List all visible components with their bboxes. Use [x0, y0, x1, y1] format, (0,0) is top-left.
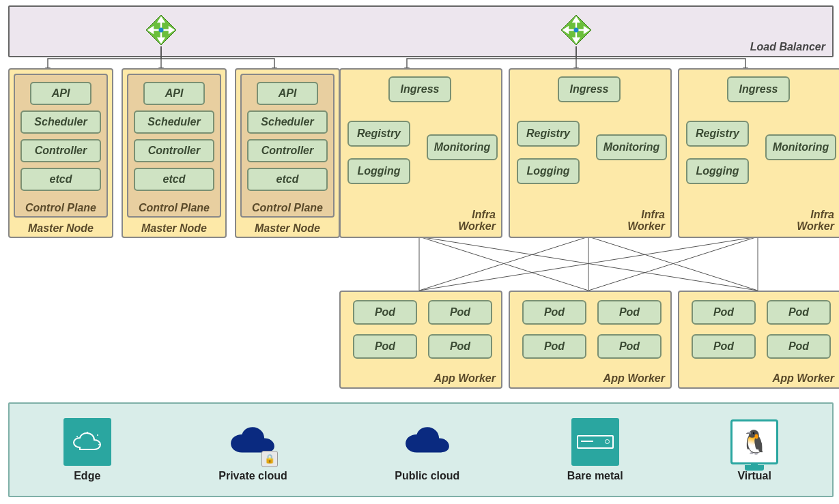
infra-worker-label: InfraWorker [797, 209, 834, 233]
pod: Pod [522, 334, 586, 359]
pod: Pod [767, 334, 831, 359]
component-controller: Controller [134, 139, 214, 162]
master-node-label: Master Node [10, 222, 112, 235]
component-scheduler: Scheduler [20, 110, 101, 134]
component-scheduler: Scheduler [134, 110, 214, 134]
pod: Pod [353, 334, 417, 359]
master-node: API Scheduler Controller etcd Control Pl… [8, 68, 113, 238]
component-etcd: etcd [20, 168, 101, 191]
edge-icon [63, 418, 111, 466]
component-registry: Registry [517, 121, 580, 147]
platform-label: Bare metal [567, 470, 623, 482]
component-ingress: Ingress [388, 76, 451, 102]
infra-worker-label: InfraWorker [458, 209, 496, 233]
diagram-stage: Load Balancer [0, 0, 839, 504]
control-plane: API Scheduler Controller etcd Control Pl… [127, 74, 221, 218]
master-node-label: Master Node [123, 222, 225, 235]
component-ingress: Ingress [727, 76, 790, 102]
component-controller: Controller [247, 139, 328, 162]
master-node: API Scheduler Controller etcd Control Pl… [122, 68, 227, 238]
platform-private-cloud: 🔒 Private cloud [218, 418, 287, 482]
component-logging: Logging [686, 158, 749, 184]
platform-label: Private cloud [218, 470, 287, 482]
pod: Pod [692, 334, 756, 359]
pod: Pod [522, 300, 586, 325]
platform-label: Public cloud [395, 470, 459, 482]
control-plane: API Scheduler Controller etcd Control Pl… [14, 74, 108, 218]
platform-edge: Edge [63, 418, 111, 482]
svg-point-28 [75, 445, 76, 447]
master-node: API Scheduler Controller etcd Control Pl… [235, 68, 340, 238]
app-worker: Pod Pod Pod Pod App Worker [509, 291, 672, 389]
control-plane: API Scheduler Controller etcd Control Pl… [240, 74, 335, 218]
component-logging: Logging [517, 158, 580, 184]
component-api: API [257, 82, 318, 105]
control-plane-label: Control Plane [128, 202, 220, 214]
infra-worker: Ingress Registry Monitoring Logging Infr… [509, 68, 672, 238]
component-scheduler: Scheduler [247, 110, 328, 134]
lock-icon: 🔒 [261, 451, 278, 467]
platform-public-cloud: Public cloud [395, 418, 459, 482]
master-node-label: Master Node [236, 222, 339, 235]
component-registry: Registry [686, 121, 749, 147]
app-worker-label: App Worker [773, 372, 834, 385]
pod: Pod [428, 300, 492, 325]
pod: Pod [692, 300, 756, 325]
private-cloud-icon: 🔒 [229, 418, 276, 466]
component-registry: Registry [347, 121, 410, 147]
pod: Pod [353, 300, 417, 325]
infra-worker: Ingress Registry Monitoring Logging Infr… [678, 68, 839, 238]
infra-worker-label: InfraWorker [627, 209, 665, 233]
svg-point-29 [87, 432, 88, 433]
pod: Pod [428, 334, 492, 359]
svg-point-26 [97, 434, 98, 436]
platform-bare-metal: Bare metal [567, 418, 623, 482]
component-monitoring: Monitoring [596, 134, 667, 160]
app-worker: Pod Pod Pod Pod App Worker [339, 291, 502, 389]
pod: Pod [597, 300, 662, 325]
platform-virtual: 🐧 Virtual [730, 418, 778, 482]
pod: Pod [597, 334, 662, 359]
component-api: API [30, 82, 91, 105]
component-etcd: etcd [247, 168, 328, 191]
pod: Pod [767, 300, 831, 325]
component-controller: Controller [20, 139, 101, 162]
platform-label: Virtual [737, 470, 771, 482]
app-worker-label: App Worker [603, 372, 665, 385]
bare-metal-icon [571, 418, 619, 466]
component-api: API [143, 82, 205, 105]
public-cloud-icon [403, 418, 451, 466]
virtual-icon: 🐧 [730, 418, 778, 466]
component-etcd: etcd [134, 168, 214, 191]
svg-point-27 [98, 444, 100, 445]
component-monitoring: Monitoring [765, 134, 836, 160]
app-worker: Pod Pod Pod Pod App Worker [678, 291, 839, 389]
component-ingress: Ingress [558, 76, 621, 102]
infra-worker: Ingress Registry Monitoring Logging Infr… [339, 68, 502, 238]
platforms-strip: Edge 🔒 Private cloud Public cloud Bare m… [8, 402, 834, 497]
component-monitoring: Monitoring [427, 134, 498, 160]
svg-point-25 [76, 436, 78, 437]
app-worker-label: App Worker [434, 372, 496, 385]
control-plane-label: Control Plane [15, 202, 106, 214]
control-plane-label: Control Plane [242, 202, 333, 214]
component-logging: Logging [347, 158, 410, 184]
platform-label: Edge [74, 470, 100, 482]
